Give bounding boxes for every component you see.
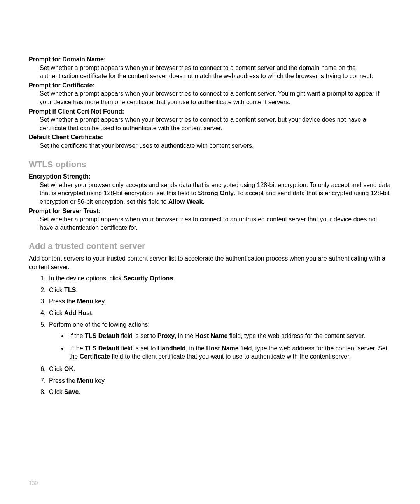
def-body: Set whether a prompt appears when your b… <box>40 89 391 106</box>
text-fragment: Press the <box>49 377 77 384</box>
text-fragment: . <box>74 366 75 372</box>
text-fragment: If the <box>69 332 85 339</box>
bold-text: Save <box>64 388 79 395</box>
text-fragment: , in the <box>186 345 206 352</box>
bold-text: Add Host <box>64 310 92 316</box>
def-body: Set whether a prompt appears when your b… <box>40 64 391 80</box>
text-fragment: field to the client certificate that you… <box>110 353 351 360</box>
steps-list: In the device options, click Security Op… <box>47 274 391 396</box>
bold-text: Security Options <box>123 275 173 282</box>
text-fragment: . <box>173 275 175 282</box>
list-item: In the device options, click Security Op… <box>47 274 391 283</box>
definition-group-1: Prompt for Domain Name: Set whether a pr… <box>29 55 391 150</box>
bold-text: Allow Weak <box>168 198 203 205</box>
text-fragment: . <box>76 287 77 293</box>
text-fragment: key. <box>93 298 106 304</box>
text-fragment: field is set to <box>119 332 158 339</box>
bold-text: OK <box>64 366 74 372</box>
def-body: Set whether your browser only accepts an… <box>40 181 391 206</box>
text-fragment: , in the <box>175 332 195 339</box>
bold-text: Host Name <box>206 345 239 352</box>
bullet-list: If the TLS Default field is set to Proxy… <box>68 332 391 361</box>
list-item: Press the Menu key. <box>47 297 391 306</box>
bold-text: Menu <box>77 377 93 384</box>
page-number: 130 <box>29 480 38 487</box>
text-fragment: . <box>92 310 93 316</box>
text-fragment: If the <box>69 345 85 352</box>
def-term: Prompt for Domain Name: <box>29 55 391 64</box>
def-term: Prompt if Client Cert Not Found: <box>29 107 391 116</box>
bold-text: Proxy <box>158 332 175 339</box>
bold-text: Strong Only <box>198 190 234 196</box>
list-item: Perform one of the following actions: If… <box>47 320 391 361</box>
def-term: Encryption Strength: <box>29 172 391 181</box>
def-term: Prompt for Certificate: <box>29 81 391 90</box>
text-fragment: Click <box>49 310 64 316</box>
text-fragment: In the device options, click <box>49 275 123 282</box>
text-fragment: . <box>203 198 204 205</box>
list-item: Press the Menu key. <box>47 376 391 385</box>
text-fragment: field is set to <box>119 345 158 352</box>
bold-text: Host Name <box>195 332 228 339</box>
list-item: Click TLS. <box>47 286 391 294</box>
def-body: Set whether a prompt appears when your b… <box>40 116 391 132</box>
bold-text: TLS Default <box>85 345 119 352</box>
intro-text: Add content servers to your trusted cont… <box>29 254 391 271</box>
text-fragment: Click <box>49 366 64 372</box>
text-fragment: field, type the web address for the cont… <box>228 332 365 339</box>
text-fragment: Perform one of the following actions: <box>49 321 150 328</box>
bold-text: TLS Default <box>85 332 119 339</box>
text-fragment: Press the <box>49 298 77 304</box>
text-fragment: Click <box>49 287 64 293</box>
section-heading-trusted: Add a trusted content server <box>29 240 391 252</box>
def-term: Default Client Certificate: <box>29 133 391 142</box>
list-item: Click OK. <box>47 365 391 373</box>
bold-text: Handheld <box>158 345 186 352</box>
text-fragment: . <box>79 388 80 395</box>
def-body: Set whether a prompt appears when your b… <box>40 215 391 232</box>
bold-text: Certificate <box>80 353 110 360</box>
def-body: Set the certificate that your browser us… <box>40 142 391 150</box>
text-fragment: key. <box>93 377 106 384</box>
list-item: Click Save. <box>47 388 391 396</box>
def-term: Prompt for Server Trust: <box>29 207 391 215</box>
list-item: If the TLS Default field is set to Handh… <box>68 344 391 361</box>
bold-text: Menu <box>77 298 93 304</box>
section-heading-wtls: WTLS options <box>29 159 391 170</box>
list-item: Click Add Host. <box>47 309 391 317</box>
list-item: If the TLS Default field is set to Proxy… <box>68 332 391 340</box>
text-fragment: Click <box>49 388 64 395</box>
bold-text: TLS <box>64 287 76 293</box>
